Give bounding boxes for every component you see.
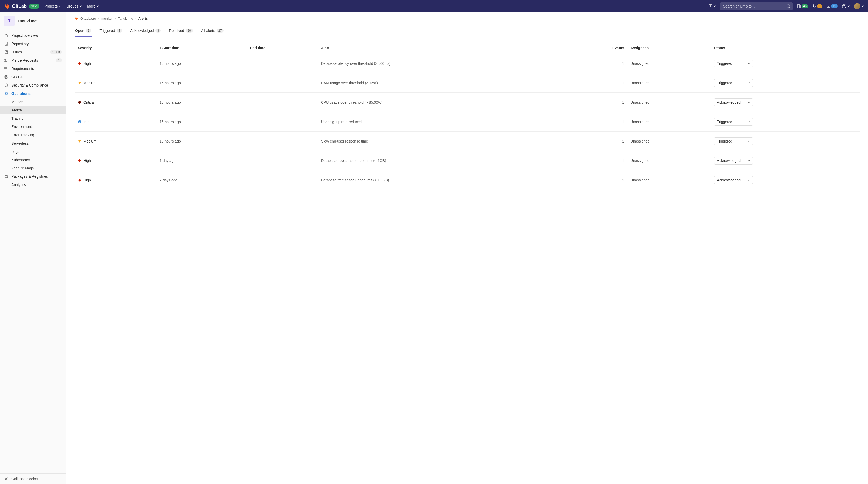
status-dropdown[interactable]: Acknowledged [714, 176, 753, 184]
severity-icon [78, 120, 81, 124]
sidebar-sub-logs[interactable]: Logs [0, 147, 66, 156]
project-card[interactable]: T Tanuki Inc [0, 12, 66, 29]
todo-count: 19 [831, 4, 838, 8]
nav-icon [4, 58, 8, 62]
sort-desc-icon: ↓ [160, 46, 161, 50]
col-events[interactable]: Events [567, 42, 627, 54]
nav-more[interactable]: More [87, 4, 99, 8]
tab-resolved[interactable]: Resolved20 [168, 25, 193, 37]
changes-icon[interactable]: 46 [797, 4, 808, 8]
svg-rect-17 [78, 62, 81, 65]
sidebar-item-repository[interactable]: Repository [0, 40, 66, 48]
severity-cell: Critical [78, 100, 153, 104]
col-severity[interactable]: Severity [74, 42, 156, 54]
search-input[interactable] [720, 2, 793, 10]
sidebar-item-requirements[interactable]: Requirements [0, 64, 66, 73]
help-icon[interactable] [842, 4, 850, 8]
events-cell: 1 [567, 54, 627, 73]
alert-row[interactable]: Medium 15 hours ago RAM usage over thres… [74, 73, 860, 93]
col-status[interactable]: Status [711, 42, 860, 54]
nav-icon [4, 75, 8, 79]
assignees-cell: Unassigned [627, 171, 711, 190]
search-icon[interactable] [786, 4, 790, 8]
status-dropdown[interactable]: Triggered [714, 79, 753, 87]
todo-icon[interactable]: 19 [826, 4, 838, 8]
events-cell: 1 [567, 151, 627, 171]
end-cell [247, 151, 318, 171]
svg-rect-2 [797, 5, 800, 8]
sidebar-item-ci-cd[interactable]: CI / CD [0, 73, 66, 81]
next-badge: Next [29, 4, 39, 8]
nav-icon [4, 33, 8, 37]
sidebar-item-project-overview[interactable]: Project overview [0, 31, 66, 40]
assignees-cell: Unassigned [627, 73, 711, 93]
col-alert[interactable]: Alert [318, 42, 567, 54]
severity-icon [78, 159, 81, 162]
sidebar-sub-alerts[interactable]: Alerts [0, 106, 66, 114]
nav-groups[interactable]: Groups [66, 4, 82, 8]
sidebar-item-analytics[interactable]: Analytics [0, 181, 66, 189]
status-dropdown[interactable]: Triggered [714, 60, 753, 67]
sidebar-sub-tracing[interactable]: Tracing [0, 114, 66, 123]
breadcrumb-item[interactable]: monitor [101, 17, 113, 21]
alert-row[interactable]: High 15 hours ago Database latency over … [74, 54, 860, 73]
sidebar-sub-metrics[interactable]: Metrics [0, 98, 66, 106]
status-dropdown[interactable]: Triggered [714, 137, 753, 145]
severity-icon [78, 62, 81, 65]
alert-row[interactable]: Info 15 hours ago User signup rate reduc… [74, 112, 860, 132]
breadcrumb-current: Alerts [138, 17, 148, 21]
new-button[interactable] [707, 4, 718, 8]
nav-icon [4, 67, 8, 71]
alert-cell: Database free space under limit (< 1.5GB… [318, 171, 567, 190]
col-assignees[interactable]: Assignees [627, 42, 711, 54]
assignees-cell: Unassigned [627, 93, 711, 112]
sidebar-item-merge-requests[interactable]: Merge Requests1 [0, 56, 66, 64]
nav-projects[interactable]: Projects [44, 4, 61, 8]
brand-name[interactable]: GitLab [12, 4, 27, 9]
status-dropdown[interactable]: Acknowledged [714, 98, 753, 106]
col-end[interactable]: End time [247, 42, 318, 54]
assignees-cell: Unassigned [627, 112, 711, 132]
sidebar-item-packages-registries[interactable]: Packages & Registries [0, 172, 66, 181]
sidebar-sub-feature-flags[interactable]: Feature Flags [0, 164, 66, 172]
severity-cell: High [78, 158, 153, 163]
col-start[interactable]: ↓Start time [156, 42, 247, 54]
collapse-sidebar[interactable]: Collapse sidebar [0, 473, 66, 484]
alert-row[interactable]: High 1 day ago Database free space under… [74, 151, 860, 171]
sidebar-sub-error-tracking[interactable]: Error Tracking [0, 131, 66, 139]
status-dropdown[interactable]: Acknowledged [714, 157, 753, 164]
alert-row[interactable]: Medium 15 hours ago Slow end-user respon… [74, 132, 860, 151]
sidebar-item-security-compliance[interactable]: Security & Compliance [0, 81, 66, 89]
alert-row[interactable]: Critical 15 hours ago CPU usage over thr… [74, 93, 860, 112]
tab-acknowledged[interactable]: Acknowledged3 [130, 25, 161, 37]
topbar: GitLab Next Projects Groups More 46 9 19 [0, 0, 868, 12]
alert-cell: Database latency over threshold (> 500ms… [318, 54, 567, 73]
chevron-down-icon [747, 62, 750, 65]
alert-row[interactable]: High 2 days ago Database free space unde… [74, 171, 860, 190]
double-chevron-left-icon [4, 477, 8, 481]
severity-cell: High [78, 178, 153, 182]
sidebar-sub-serverless[interactable]: Serverless [0, 139, 66, 147]
nav-icon [4, 50, 8, 54]
breadcrumb-item[interactable]: GitLab.org [80, 17, 96, 21]
breadcrumb-item[interactable]: Tanuki Inc [118, 17, 133, 21]
svg-point-22 [79, 121, 80, 121]
sidebar-sub-environments[interactable]: Environments [0, 123, 66, 131]
assignees-cell: Unassigned [627, 54, 711, 73]
status-dropdown[interactable]: Triggered [714, 118, 753, 126]
alert-cell: Slow end-user response time [318, 132, 567, 151]
gitlab-mini-icon [74, 17, 78, 21]
tab-all-alerts[interactable]: All alerts27 [200, 25, 224, 37]
sidebar-nav: Project overviewRepositoryIssues1,563Mer… [0, 29, 66, 473]
tab-open[interactable]: Open7 [74, 25, 92, 37]
tab-triggered[interactable]: Triggered4 [99, 25, 122, 37]
user-avatar[interactable] [854, 3, 860, 9]
merge-icon[interactable]: 9 [812, 4, 822, 8]
gitlab-logo-icon[interactable] [4, 3, 10, 9]
alert-cell: User signup rate reduced [318, 112, 567, 132]
breadcrumbs: GitLab.org› monitor› Tanuki Inc› Alerts [74, 17, 860, 24]
sidebar-item-operations[interactable]: Operations [0, 89, 66, 98]
chevron-down-icon[interactable] [861, 5, 864, 7]
sidebar-sub-kubernetes[interactable]: Kubernetes [0, 156, 66, 164]
sidebar-item-issues[interactable]: Issues1,563 [0, 48, 66, 56]
